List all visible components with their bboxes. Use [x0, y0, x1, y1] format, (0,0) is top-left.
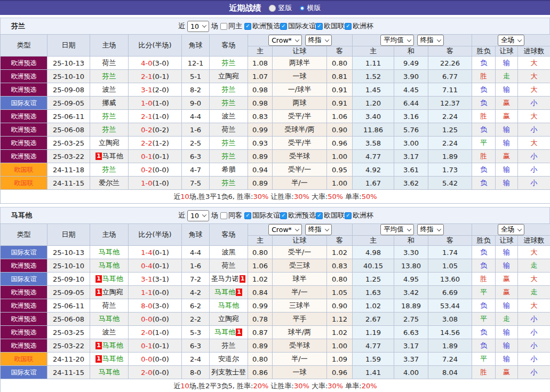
summary-text: 大率: — [309, 193, 328, 201]
average-odds-cell: 53.44 — [428, 299, 472, 313]
score-cell: 0-2(0-0) — [129, 163, 182, 177]
same-venue-checkbox[interactable]: 同客 — [220, 211, 242, 220]
home-team-cell: 荷兰 — [90, 57, 129, 70]
away-team-cell: 芬兰 — [210, 57, 248, 70]
league-filter-checkbox[interactable]: 国际友谊 — [244, 211, 280, 220]
result-cell: 输 — [496, 177, 518, 190]
panel-header: 芬兰 近 10 场 同主 欧洲预选国际友谊欧国联欧洲杯 — [0, 18, 550, 34]
average-odds-cell: 18.89 — [394, 299, 428, 313]
result-cell: 大 — [518, 83, 550, 97]
col-header-type: 类型 — [1, 35, 47, 57]
average-odds-cell: 14.56 — [428, 326, 472, 339]
corner-cell: 4-7 — [182, 163, 210, 177]
handicap-odds-cell: 1.00 — [327, 150, 353, 163]
average-odds-cell: 3.40 — [353, 110, 394, 123]
average-odds-cell: 1.74 — [428, 246, 472, 259]
league-type-cell: 欧洲预选 — [1, 57, 47, 70]
average-odds-cell: 1.89 — [428, 150, 472, 163]
filter-controls: 近 10 场 同主 欧洲预选国际友谊欧国联欧洲杯 — [178, 21, 373, 32]
average-odds-cell: 3.17 — [394, 150, 428, 163]
col-header-away: 客场 — [210, 35, 248, 57]
average-select[interactable]: 平均值 — [380, 35, 414, 46]
checkbox-label: 欧国联 — [324, 21, 345, 31]
average-odds-cell: 3.17 — [394, 339, 428, 353]
final-index-value: 终指 — [308, 36, 322, 45]
handicap-odds-cell: 0.94 — [248, 163, 273, 177]
sub-header-handicap: 让球 — [273, 46, 327, 57]
layout-radio-horizontal[interactable]: 横版 — [300, 3, 321, 13]
result-cell: 走 — [518, 286, 550, 299]
away-team-cell: 芬兰 — [210, 177, 248, 190]
league-filter-checkbox[interactable]: 欧洲预选 — [280, 211, 316, 220]
score-cell: 0-0(0-0) — [129, 353, 182, 366]
home-team-cell: 马耳他 — [90, 366, 129, 379]
final-index-select[interactable]: 终指 — [305, 35, 332, 46]
team-name-text: 立陶宛 — [218, 315, 239, 323]
average-odds-cell: 13.80 — [394, 259, 428, 273]
odds-company-select[interactable]: Crow* — [268, 35, 302, 46]
full-match-select[interactable]: 全场 — [498, 224, 524, 235]
average-odds-cell: 4.00 — [394, 366, 428, 379]
table-row: 欧洲预选25-10-10马耳他0-4(0-1)1-6荷兰1.06受三球0.834… — [1, 259, 550, 273]
team-name-text: 马耳他 — [99, 261, 119, 269]
sub-header-avg-away: 客 — [428, 46, 472, 57]
league-filter-checkbox[interactable]: 欧国联 — [316, 211, 345, 220]
score-cell: 0-4(0-1) — [129, 259, 182, 273]
recent-count-select[interactable]: 10 — [187, 210, 209, 221]
sub-header-home-odds: 主 — [248, 46, 273, 57]
score-cell: 1-1(0-0) — [129, 286, 182, 299]
odds-company-select[interactable]: Crow* — [268, 224, 302, 235]
league-filter-checkbox[interactable]: 欧洲预选 — [244, 21, 280, 31]
team-name-text: 芬兰 — [222, 152, 236, 160]
result-cell: 胜 — [472, 70, 496, 83]
result-cell: 胜 — [472, 110, 496, 123]
average-select[interactable]: 平均值 — [380, 224, 414, 235]
chevron-down-icon — [202, 23, 206, 27]
average-odds-cell: 4.98 — [353, 246, 394, 259]
team-name-text: 荷兰 — [102, 59, 116, 67]
score-cell: 3-1(2-0) — [129, 83, 182, 97]
handicap-odds-cell: 0.96 — [327, 366, 353, 379]
table-row: 欧洲预选25-10-13荷兰4-0(3-0)12-1芬兰1.08两球半0.801… — [1, 57, 550, 70]
table-row: 欧洲预选25-03-25波兰2-0(1-0)5-3马耳他10.87球半/两1.0… — [1, 326, 550, 339]
league-type-cell: 欧洲预选 — [1, 83, 47, 97]
same-venue-checkbox[interactable]: 同主 — [220, 21, 242, 31]
league-filter-checkbox[interactable]: 国际友谊 — [280, 21, 316, 31]
league-filter-checkbox[interactable]: 欧洲杯 — [345, 211, 373, 220]
checkbox-checked-icon — [316, 212, 323, 219]
checkbox-label: 欧国联 — [324, 211, 345, 220]
average-odds-cell: 1.19 — [353, 326, 394, 339]
final-index-select-2[interactable]: 终指 — [417, 224, 444, 235]
league-filter-checkbox[interactable]: 欧洲杯 — [345, 21, 373, 31]
away-team-cell: 立陶宛 — [210, 70, 248, 83]
average-odds-cell: 4.77 — [353, 339, 394, 353]
handicap-odds-cell: 0.86 — [248, 366, 273, 379]
handicap-odds-cell: 1.06 — [248, 259, 273, 273]
final-index-select-2[interactable]: 终指 — [417, 35, 444, 46]
final-index-select[interactable]: 终指 — [305, 224, 332, 235]
match-date-cell: 25-06-11 — [47, 299, 90, 313]
away-team-cell: 荷兰 — [210, 123, 248, 137]
average-odds-cell: 3.42 — [394, 286, 428, 299]
team-name-text: 荷兰 — [222, 261, 236, 269]
layout-radio-vertical[interactable]: 竖版 — [269, 3, 292, 13]
col-header-score: 比分(半场) — [129, 35, 182, 57]
score-cell: 4-0(3-0) — [129, 57, 182, 70]
recent-count-select[interactable]: 10 — [187, 21, 209, 32]
league-filter-checkbox[interactable]: 欧国联 — [316, 21, 345, 31]
summary-text: 50% — [328, 193, 343, 201]
result-cell: 小 — [518, 150, 550, 163]
league-filter-group: 国际友谊欧洲预选欧国联欧洲杯 — [244, 211, 373, 220]
corner-cell: 4-4 — [182, 246, 210, 259]
corner-cell: 8-0 — [182, 366, 210, 379]
result-cell: 胜 — [472, 366, 496, 379]
summary-text: 30% — [253, 193, 268, 201]
average-odds-cell: 3.90 — [394, 70, 428, 83]
result-cell: 负 — [472, 299, 496, 313]
handicap-odds-cell: 1.02 — [248, 273, 273, 286]
summary-text: 10 — [180, 382, 189, 390]
handicap-odds-cell: 0.80 — [327, 57, 353, 70]
result-cell: 小 — [518, 163, 550, 177]
full-match-select[interactable]: 全场 — [498, 35, 524, 46]
checkbox-checked-icon — [244, 212, 251, 219]
